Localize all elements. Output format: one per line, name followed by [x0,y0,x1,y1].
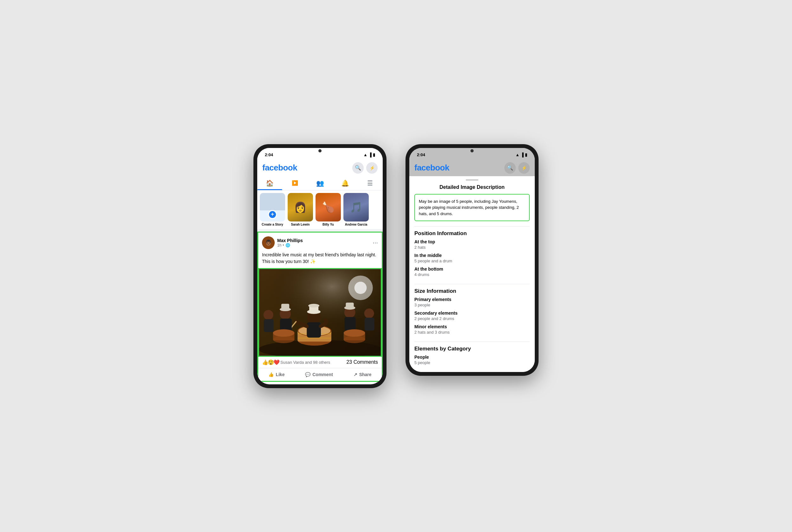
story-item-andrew[interactable]: 🎵 Andrew Garcia [343,193,369,227]
position-middle-label: In the middle [414,253,530,258]
modal-handle[interactable] [466,179,478,180]
reaction-emojis: 👍 😲 ❤️ [262,359,279,365]
fb-header-2: facebook 🔍 ⚡ [409,160,535,176]
post-header: 👨🏾 Max Phillips 1h • 🌐 ··· [258,232,382,252]
wifi-icon: ▲ [363,152,367,157]
share-button[interactable]: ↗ Share [348,369,377,380]
svg-rect-26 [264,319,274,332]
share-label: Share [359,372,372,377]
description-box: May be an image of 5 people, including J… [414,194,530,222]
svg-point-31 [273,329,295,337]
position-bottom-label: At the bottom [414,266,530,271]
story-name-sarah: Sarah Lewin [288,223,313,226]
category-section-title: Elements by Category [414,346,530,352]
tab-groups[interactable]: 👥 [307,176,332,190]
modal-title: Detailed Image Description [409,185,535,194]
story-thumb-billy: 🍗 [315,193,341,222]
reactions-left: 👍 😲 ❤️ Susan Varda and 98 others [262,359,330,365]
tab-menu[interactable]: ☰ [358,176,383,190]
groups-icon: 👥 [316,179,324,187]
thumbs-up-emoji: 👍 [262,359,268,365]
home-icon: 🏠 [266,179,274,187]
avatar-emoji: 👨🏾 [265,239,272,246]
create-story-label: Create a Story [262,223,283,227]
tab-home[interactable]: 🏠 [257,176,282,190]
status-icons-1: ▲ ▐ ▮ [363,152,375,157]
search-button-2[interactable]: 🔍 [504,162,516,174]
search-icon-1: 🔍 [355,165,361,171]
messenger-icon-1: ⚡ [369,165,375,170]
comments-count: 23 Comments [346,359,378,365]
story-name-andrew: Andrew Garcia [343,223,369,226]
position-top-label: At the top [414,239,530,244]
story-plus-button: + [268,210,277,219]
svg-rect-15 [307,322,321,338]
svg-rect-24 [345,317,356,330]
position-item-bottom: At the bottom 4 drums [414,266,530,277]
comment-label: Comment [312,372,333,377]
phone-camera [318,149,322,152]
like-label: Like [276,372,285,377]
video-icon: ▶️ [292,180,298,186]
story-thumb-andrew: 🎵 [343,193,369,222]
fb-header-icons-1: 🔍 ⚡ [352,162,378,174]
reactions-text: Susan Varda and 98 others [281,360,330,365]
size-primary-label: Primary elements [414,297,530,302]
create-story-item[interactable]: + Create a Story [260,193,285,227]
post-image [258,268,382,357]
messenger-icon-2: ⚡ [521,165,527,170]
size-secondary-label: Secondary elements [414,310,530,316]
post-text: Incredible live music at my best friend'… [258,252,382,268]
category-section: Elements by Category People 5 people [409,342,535,372]
tab-video[interactable]: ▶️ [282,176,307,190]
phone-2-screen: 2:04 ▲ ▐ ▮ facebook 🔍 ⚡ [409,148,535,372]
post-more-button[interactable]: ··· [372,239,378,246]
messenger-button-1[interactable]: ⚡ [366,162,378,174]
story-person-billy: 🍗 [315,193,341,222]
position-section-title: Position Information [414,230,530,237]
story-item-billy[interactable]: 🍗 Billy Yu [315,193,341,227]
category-people-value: 5 people [414,360,530,365]
position-item-top: At the top 2 hats [414,239,530,250]
size-item-minor: Minor elements 2 hats and 3 drums [414,324,530,335]
size-minor-label: Minor elements [414,324,530,329]
post-avatar: 👨🏾 [262,236,275,249]
nav-tabs-1: 🏠 ▶️ 👥 🔔 ☰ [257,176,383,190]
svg-point-27 [364,308,374,318]
like-icon: 👍 [268,372,274,377]
post-image-svg [259,269,381,356]
post-author[interactable]: Max Phillips [277,238,372,243]
comment-button[interactable]: 💬 Comment [300,369,338,380]
size-minor-value: 2 hats and 3 drums [414,330,530,335]
phone-notch-2 [453,144,491,147]
size-section-title: Size Information [414,288,530,294]
like-button[interactable]: 👍 Like [263,369,290,380]
size-secondary-value: 2 people and 2 drums [414,316,530,321]
post-card: 👨🏾 Max Phillips 1h • 🌐 ··· Incredible li… [257,232,383,382]
post-time: 1h • 🌐 [277,243,372,247]
menu-icon: ☰ [367,179,373,187]
size-item-secondary: Secondary elements 2 people and 2 drums [414,310,530,321]
notifications-icon: 🔔 [341,179,349,187]
post-reactions: 👍 😲 ❤️ Susan Varda and 98 others 23 Comm… [258,357,382,368]
position-middle-value: 5 people and a drum [414,259,530,263]
heart-emoji: ❤️ [273,359,280,365]
search-button-1[interactable]: 🔍 [352,162,364,174]
size-section: Size Information Primary elements 3 peop… [409,284,535,342]
category-people-label: People [414,355,530,360]
story-thumb-sarah: 👩 [288,193,313,222]
story-item-sarah[interactable]: 👩 Sarah Lewin [288,193,313,227]
signal-icon-2: ▐ [521,152,524,157]
status-time-2: 2:04 [417,152,425,157]
svg-rect-23 [346,302,353,308]
tab-notifications[interactable]: 🔔 [333,176,358,190]
battery-icon: ▮ [373,152,375,157]
svg-point-14 [308,304,319,307]
svg-point-36 [354,282,367,294]
svg-rect-19 [281,304,289,309]
phone-1-screen: 2:04 ▲ ▐ ▮ facebook 🔍 ⚡ [257,148,383,384]
messenger-button-2[interactable]: ⚡ [518,162,530,174]
story-person-andrew: 🎵 [343,193,369,222]
comment-icon: 💬 [305,372,310,377]
status-time-1: 2:04 [265,152,273,157]
